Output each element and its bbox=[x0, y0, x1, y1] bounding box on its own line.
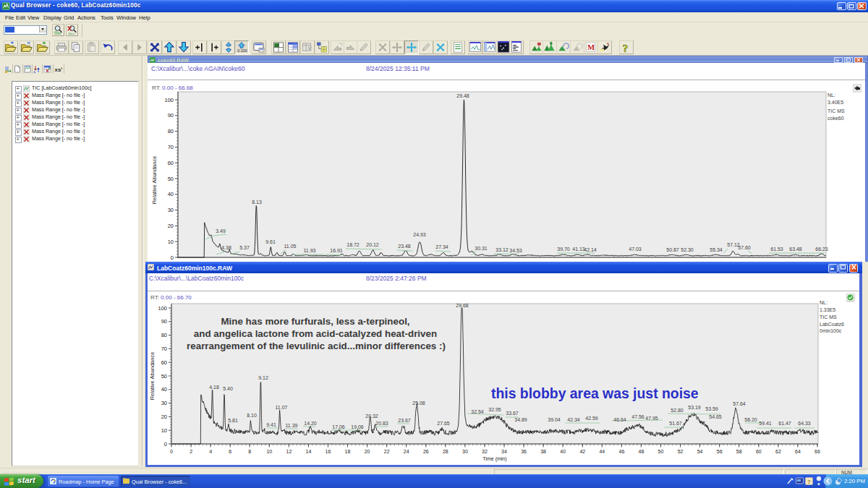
svg-text:TIC MS: TIC MS bbox=[820, 314, 837, 320]
svg-text:30: 30 bbox=[168, 207, 174, 213]
svg-text:80: 80 bbox=[168, 128, 174, 134]
svg-text:6: 6 bbox=[229, 449, 231, 454]
svg-text:20.12: 20.12 bbox=[366, 242, 379, 247]
svg-text:25.08: 25.08 bbox=[412, 401, 425, 406]
svg-text:64: 64 bbox=[795, 449, 801, 454]
svg-text:39.70: 39.70 bbox=[557, 247, 570, 252]
svg-text:66.23: 66.23 bbox=[815, 247, 828, 252]
svg-text:Time (min): Time (min) bbox=[482, 456, 506, 462]
svg-text:30: 30 bbox=[462, 449, 468, 454]
svg-text:NL:: NL: bbox=[820, 300, 827, 305]
svg-text:Relative Abundance: Relative Abundance bbox=[151, 156, 158, 205]
svg-text:100: 100 bbox=[164, 97, 174, 103]
svg-text:11.07: 11.07 bbox=[276, 405, 288, 410]
svg-text:LabCoatz6: LabCoatz6 bbox=[820, 322, 844, 327]
svg-text:39.04: 39.04 bbox=[548, 417, 561, 422]
svg-text:90: 90 bbox=[161, 318, 167, 325]
svg-text:47.56: 47.56 bbox=[631, 414, 644, 419]
svg-text:34: 34 bbox=[501, 449, 507, 454]
svg-text:11.93: 11.93 bbox=[304, 248, 316, 253]
svg-text:18.72: 18.72 bbox=[346, 242, 359, 247]
svg-text:55.34: 55.34 bbox=[710, 247, 723, 252]
svg-text:11.05: 11.05 bbox=[284, 244, 297, 249]
svg-text:70: 70 bbox=[168, 144, 174, 150]
svg-text:24: 24 bbox=[404, 449, 409, 454]
svg-text:52: 52 bbox=[678, 449, 684, 454]
svg-text:61.47: 61.47 bbox=[778, 421, 791, 426]
svg-text:42: 42 bbox=[579, 449, 585, 454]
svg-text:50: 50 bbox=[161, 373, 167, 380]
svg-text:47.03: 47.03 bbox=[629, 247, 642, 252]
svg-text:14.20: 14.20 bbox=[304, 421, 317, 426]
svg-text:38: 38 bbox=[540, 449, 546, 454]
svg-text:50: 50 bbox=[168, 176, 174, 182]
svg-text:0: 0 bbox=[164, 441, 167, 448]
svg-text:14: 14 bbox=[306, 449, 312, 454]
svg-text:and angelica lactone from acid: and angelica lactone from acid-catalyzed… bbox=[194, 328, 437, 339]
svg-text:42.34: 42.34 bbox=[567, 417, 580, 422]
svg-text:29.68: 29.68 bbox=[456, 303, 469, 308]
svg-text:5.37: 5.37 bbox=[239, 245, 250, 250]
svg-text:2: 2 bbox=[190, 449, 192, 454]
svg-text:5.81: 5.81 bbox=[228, 418, 238, 423]
svg-text:51.67: 51.67 bbox=[669, 421, 682, 426]
svg-text:18: 18 bbox=[345, 449, 351, 454]
svg-text:4.38: 4.38 bbox=[221, 245, 231, 250]
svg-text:57.60: 57.60 bbox=[738, 245, 751, 250]
svg-text:9.12: 9.12 bbox=[258, 375, 268, 380]
svg-text:60: 60 bbox=[161, 359, 167, 366]
svg-text:rearrangement of the levulinic: rearrangement of the levulinic acid...mi… bbox=[187, 341, 446, 351]
svg-text:30: 30 bbox=[161, 400, 167, 406]
svg-text:70: 70 bbox=[161, 346, 167, 352]
svg-text:10: 10 bbox=[161, 427, 167, 434]
svg-text:4.18: 4.18 bbox=[209, 385, 219, 390]
svg-text:63.48: 63.48 bbox=[789, 247, 802, 252]
svg-text:16.91: 16.91 bbox=[330, 248, 343, 253]
svg-text:23.67: 23.67 bbox=[398, 418, 411, 423]
svg-text:62: 62 bbox=[775, 449, 781, 454]
svg-text:17.06: 17.06 bbox=[332, 424, 345, 429]
svg-text:5.40: 5.40 bbox=[223, 386, 233, 391]
svg-text:0: 0 bbox=[171, 254, 174, 261]
svg-text:20: 20 bbox=[161, 414, 167, 420]
svg-text:19.06: 19.06 bbox=[351, 424, 364, 429]
svg-text:27.34: 27.34 bbox=[435, 244, 448, 249]
svg-text:90: 90 bbox=[168, 112, 174, 119]
svg-text:this blobby area was just nois: this blobby area was just noise bbox=[491, 385, 699, 401]
svg-text:58: 58 bbox=[736, 449, 742, 454]
svg-text:50.87: 50.87 bbox=[666, 247, 679, 252]
svg-text:28: 28 bbox=[443, 449, 448, 454]
svg-text:80: 80 bbox=[161, 332, 167, 338]
svg-text:42.59: 42.59 bbox=[585, 416, 598, 421]
svg-text:36: 36 bbox=[521, 449, 527, 454]
svg-text:32: 32 bbox=[482, 449, 488, 454]
svg-text:20.32: 20.32 bbox=[365, 414, 378, 419]
svg-text:NL:: NL: bbox=[827, 93, 835, 98]
svg-text:20: 20 bbox=[365, 449, 370, 454]
svg-text:100: 100 bbox=[158, 305, 167, 312]
svg-text:12: 12 bbox=[286, 449, 292, 454]
svg-text:0min100c: 0min100c bbox=[820, 328, 842, 333]
svg-text:40: 40 bbox=[168, 191, 174, 197]
svg-text:40: 40 bbox=[560, 449, 566, 454]
svg-text:40: 40 bbox=[161, 386, 167, 393]
svg-text:9.61: 9.61 bbox=[265, 239, 276, 244]
svg-text:54: 54 bbox=[697, 449, 703, 454]
svg-text:29.48: 29.48 bbox=[456, 93, 469, 98]
svg-text:53.59: 53.59 bbox=[705, 406, 718, 411]
svg-text:56: 56 bbox=[717, 449, 723, 454]
svg-text:24.93: 24.93 bbox=[413, 232, 426, 237]
svg-text:27.65: 27.65 bbox=[437, 421, 450, 426]
svg-text:41.13: 41.13 bbox=[572, 247, 585, 252]
svg-text:44: 44 bbox=[599, 449, 605, 454]
svg-text:10: 10 bbox=[168, 239, 174, 245]
svg-text:30.31: 30.31 bbox=[475, 246, 488, 251]
svg-text:57.64: 57.64 bbox=[733, 401, 746, 406]
svg-text:34.89: 34.89 bbox=[514, 417, 527, 422]
svg-text:32.54: 32.54 bbox=[471, 409, 484, 414]
svg-text:52.80: 52.80 bbox=[671, 408, 684, 413]
svg-text:60: 60 bbox=[756, 449, 762, 454]
svg-text:8.10: 8.10 bbox=[247, 413, 257, 418]
svg-text:47.95: 47.95 bbox=[645, 416, 658, 421]
svg-text:46: 46 bbox=[619, 449, 625, 454]
